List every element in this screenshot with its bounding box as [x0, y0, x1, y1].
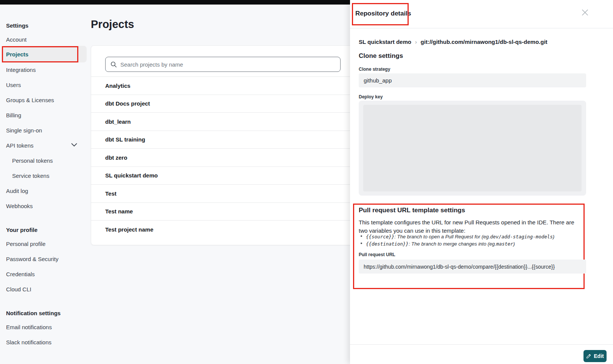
project-row-test-project-name[interactable]: Test project name	[91, 220, 356, 238]
sidebar-item-email-notifications[interactable]: Email notifications	[6, 324, 52, 331]
project-search[interactable]	[105, 57, 341, 72]
project-row-test[interactable]: Test	[91, 184, 356, 202]
sidebar-item-password-security[interactable]: Password & Security	[6, 255, 58, 263]
sidebar-item-groups-licenses[interactable]: Groups & Licenses	[6, 96, 54, 104]
close-icon[interactable]	[581, 8, 589, 17]
sidebar-item-users[interactable]: Users	[6, 81, 21, 89]
project-row-dbt-zero[interactable]: dbt zero	[91, 148, 356, 166]
project-row-analytics[interactable]: Analytics	[91, 76, 356, 95]
sidebar-item-credentials[interactable]: Credentials	[6, 271, 35, 278]
sidebar-item-slack-notifications[interactable]: Slack notifications	[6, 339, 51, 346]
pull-request-url-value: https://github.com/mirnawong1/db-sl-qs-d…	[359, 260, 586, 274]
edit-button-label: Edit	[594, 353, 604, 359]
panel-footer-divider	[350, 344, 613, 345]
bullet-dot	[361, 235, 362, 237]
destination-variable-suffix: )	[513, 241, 515, 247]
project-row-sl-quickstart-demo[interactable]: SL quickstart demo	[91, 166, 356, 185]
project-row-test-name[interactable]: Test name	[91, 202, 356, 221]
bullet-dot	[361, 243, 362, 244]
clone-strategy-label: Clone strategy	[359, 67, 390, 72]
chevron-down-icon[interactable]	[71, 143, 77, 147]
destination-variable-text: : The branch to merge changes into (eg.	[409, 241, 496, 247]
sidebar-item-single-sign-on[interactable]: Single sign-on	[6, 127, 42, 134]
search-icon	[110, 61, 117, 68]
sidebar-item-billing[interactable]: Billing	[6, 112, 21, 119]
sidebar-heading-your-profile: Your profile	[6, 226, 37, 234]
source-variable-text: : The branch to open a Pull Request for …	[394, 233, 490, 240]
destination-variable-code: {{destination}}	[366, 241, 409, 247]
deploy-key-label: Deploy key	[359, 94, 383, 100]
variable-source-bullet: {{source}} : The branch to open a Pull R…	[360, 233, 583, 240]
settings-sidebar: Settings Account Projects Integrations U…	[0, 0, 91, 364]
project-row-dbt-learn[interactable]: dbt_learn	[91, 112, 356, 131]
variable-destination-bullet: {{destination}} : The branch to merge ch…	[360, 241, 583, 247]
deploy-key-field	[359, 101, 586, 196]
sidebar-item-cloud-cli[interactable]: Cloud CLI	[6, 286, 31, 293]
sidebar-item-personal-profile[interactable]: Personal profile	[6, 240, 45, 248]
sidebar-heading-notification-settings: Notification settings	[6, 309, 61, 317]
clone-settings-heading: Clone settings	[359, 52, 403, 60]
sidebar-item-personal-tokens[interactable]: Personal tokens	[12, 157, 53, 165]
repository-details-panel: Repository details SL quickstart demo›gi…	[350, 0, 613, 364]
sidebar-item-webhooks[interactable]: Webhooks	[6, 202, 33, 210]
pull-request-variables-list: {{source}} : The branch to open a Pull R…	[360, 233, 583, 248]
project-row-dbt-docs-project[interactable]: dbt Docs project	[91, 95, 356, 113]
chevron-right-icon: ›	[415, 39, 417, 45]
project-row-dbt-sl-training[interactable]: dbt SL training	[91, 131, 356, 149]
page-title: Projects	[91, 18, 134, 31]
projects-list: Analytics dbt Docs project dbt_learn dbt…	[91, 76, 356, 238]
source-variable-suffix: )	[553, 233, 554, 240]
sidebar-item-projects-label: Projects	[6, 51, 28, 58]
destination-variable-example: master	[496, 241, 513, 247]
source-variable-example: dev/add-staging-models	[490, 233, 553, 240]
edit-button[interactable]: Edit	[583, 350, 607, 362]
sidebar-item-account[interactable]: Account	[6, 36, 26, 44]
pull-request-url-label: Pull request URL	[359, 252, 395, 257]
deploy-key-redacted-value	[363, 105, 582, 191]
app-window: Settings Account Projects Integrations U…	[0, 0, 613, 364]
search-input[interactable]	[120, 61, 332, 68]
breadcrumb: SL quickstart demo›git://github.com/mirn…	[359, 39, 548, 45]
sidebar-heading-settings: Settings	[6, 22, 28, 30]
pull-request-settings-description: This template configures the URL for new…	[359, 218, 584, 235]
clone-strategy-value: github_app	[359, 73, 586, 87]
breadcrumb-repo-url: git://github.com/mirnawong1/db-sl-qs-dem…	[421, 39, 548, 45]
panel-header-divider	[350, 28, 613, 28]
sidebar-item-integrations[interactable]: Integrations	[6, 66, 36, 74]
source-variable-code: {{source}}	[366, 233, 394, 240]
breadcrumb-project-name: SL quickstart demo	[359, 39, 411, 45]
pull-request-settings-heading: Pull request URL template settings	[359, 207, 465, 214]
panel-title: Repository details	[355, 10, 411, 17]
sidebar-item-api-tokens[interactable]: API tokens	[6, 142, 34, 149]
sidebar-item-projects[interactable]: Projects	[2, 46, 87, 62]
pencil-icon	[586, 353, 591, 359]
sidebar-item-audit-log[interactable]: Audit log	[6, 187, 28, 195]
sidebar-item-service-tokens[interactable]: Service tokens	[12, 172, 49, 180]
